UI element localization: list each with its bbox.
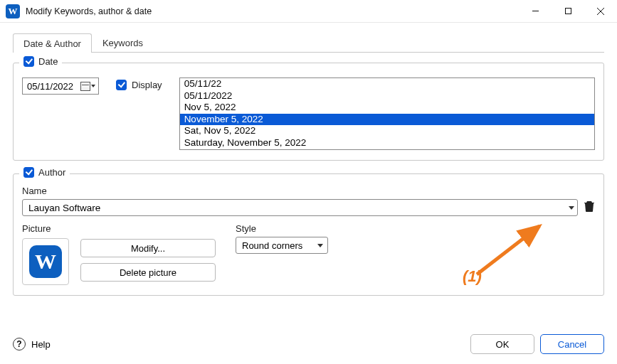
date-checkbox[interactable] — [23, 56, 34, 67]
app-icon: W — [6, 4, 20, 18]
display-format-option[interactable]: Sat, Nov 5, 2022 — [180, 125, 594, 137]
display-label: Display — [132, 80, 162, 90]
author-name-value: Lauyan Software — [28, 203, 100, 213]
author-picture[interactable]: W — [22, 238, 69, 285]
date-picker[interactable]: 05/11/2022 — [22, 77, 99, 95]
window-title: Modify Keywords, author & date — [26, 6, 152, 16]
author-fieldset: Author Name Lauyan Software Picture W — [13, 173, 604, 296]
style-label: Style — [236, 223, 328, 234]
date-checkbox-label: Date — [38, 56, 58, 67]
style-select[interactable]: Round corners — [236, 237, 328, 254]
delete-picture-button[interactable]: Delete picture — [80, 263, 216, 282]
tab-bar: Date & Author Keywords — [13, 33, 604, 53]
help-icon[interactable]: ? — [13, 338, 26, 350]
author-checkbox[interactable] — [23, 167, 34, 178]
help-label[interactable]: Help — [31, 339, 51, 350]
style-value: Round corners — [242, 240, 302, 251]
display-format-option[interactable]: November 5, 2022 — [180, 114, 594, 126]
display-format-option[interactable]: 05/11/2022 — [180, 90, 594, 102]
name-label: Name — [22, 186, 595, 196]
close-button[interactable] — [584, 0, 617, 23]
chevron-down-icon[interactable] — [569, 206, 574, 210]
svg-rect-1 — [565, 9, 571, 14]
display-format-option[interactable]: 05/11/22 — [180, 78, 594, 90]
tab-date-author[interactable]: Date & Author — [13, 33, 92, 53]
ok-button[interactable]: OK — [470, 334, 534, 354]
delete-author-icon[interactable] — [584, 200, 595, 215]
display-checkbox[interactable] — [116, 80, 127, 90]
cancel-button[interactable]: Cancel — [540, 334, 604, 354]
author-name-combo[interactable]: Lauyan Software — [22, 199, 578, 216]
title-bar: W Modify Keywords, author & date — [0, 0, 617, 23]
display-format-option[interactable]: Saturday, November 5, 2022 — [180, 137, 594, 149]
date-value: 05/11/2022 — [27, 81, 73, 92]
author-checkbox-label: Author — [38, 167, 65, 178]
picture-label: Picture — [22, 223, 69, 234]
calendar-icon[interactable] — [80, 82, 95, 91]
date-fieldset: Date 05/11/2022 Display 05/11/2205/11/20… — [13, 63, 604, 161]
tab-keywords[interactable]: Keywords — [92, 33, 154, 52]
maximize-button[interactable] — [552, 0, 584, 23]
modify-picture-button[interactable]: Modify... — [80, 239, 216, 257]
display-format-option[interactable]: Nov 5, 2022 — [180, 102, 594, 114]
dialog-footer: ? Help OK Cancel — [13, 334, 604, 354]
minimize-button[interactable] — [519, 0, 552, 23]
chevron-down-icon[interactable] — [317, 244, 323, 247]
display-format-list[interactable]: 05/11/2205/11/2022Nov 5, 2022November 5,… — [179, 77, 595, 150]
